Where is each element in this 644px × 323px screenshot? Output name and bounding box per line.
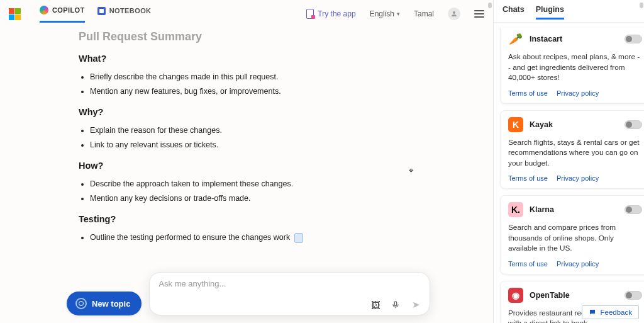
plugin-toggle[interactable] xyxy=(625,291,642,300)
terms-link[interactable]: Terms of use xyxy=(508,260,548,268)
svg-point-0 xyxy=(453,11,455,14)
section-heading: What? xyxy=(79,54,493,64)
section-item: Outline the testing performed to ensure … xyxy=(90,230,493,245)
privacy-link[interactable]: Privacy policy xyxy=(557,174,599,182)
side-panel: Chats Plugins InstacartAsk about recipes… xyxy=(493,0,644,323)
plugin-name: Kayak xyxy=(530,120,618,129)
new-topic-button[interactable]: New topic xyxy=(67,292,142,315)
new-topic-icon xyxy=(75,298,87,309)
plugin-desc: Ask about recipes, meal plans, & more --… xyxy=(508,52,642,83)
chevron-down-icon: ▾ xyxy=(397,11,400,17)
send-icon[interactable]: ➤ xyxy=(411,300,421,310)
section-heading: Why? xyxy=(79,107,493,117)
feedback-icon xyxy=(589,309,596,316)
plugin-icon: ◉ xyxy=(508,288,523,303)
plugin-card: K.KlarnaSearch and compare prices from t… xyxy=(500,195,644,275)
top-bar: COPILOT NOTEBOOK Try the app English ▾ T… xyxy=(0,0,493,28)
main-scrollbar[interactable] xyxy=(640,3,643,8)
plugin-toggle[interactable] xyxy=(625,35,642,43)
feedback-button[interactable]: Feedback xyxy=(582,305,639,319)
terms-link[interactable]: Terms of use xyxy=(508,89,548,97)
section-item: Briefly describe the changes made in thi… xyxy=(90,70,493,84)
plugin-name: OpenTable xyxy=(530,291,618,300)
menu-button[interactable] xyxy=(474,10,484,18)
section-heading: How? xyxy=(79,161,493,171)
tab-notebook[interactable]: NOTEBOOK xyxy=(97,7,152,21)
section-heading: Testing? xyxy=(79,214,493,224)
tab-copilot[interactable]: COPILOT xyxy=(40,6,85,23)
plugin-name: Instacart xyxy=(530,35,618,43)
plugin-icon: K xyxy=(508,117,523,132)
microsoft-logo xyxy=(9,8,21,20)
tab-copilot-label: COPILOT xyxy=(52,6,85,14)
tab-notebook-label: NOTEBOOK xyxy=(109,7,152,14)
chat-input-box[interactable]: 🖼 ➤ xyxy=(149,272,430,315)
section-item: Explain the reason for these changes. xyxy=(90,123,493,138)
chat-input[interactable] xyxy=(158,279,421,288)
side-tab-chats[interactable]: Chats xyxy=(502,5,525,20)
plugin-desc: Search and compare prices from thousands… xyxy=(508,222,642,254)
section-item: Mention any new features, bug fixes, or … xyxy=(90,84,493,99)
svg-rect-1 xyxy=(394,302,397,306)
page-title: Pull Request Summary xyxy=(79,30,493,43)
section-item: Describe the approach taken to implement… xyxy=(90,177,493,191)
privacy-link[interactable]: Privacy policy xyxy=(557,260,599,268)
attachment-icon xyxy=(294,233,303,243)
document-body: Pull Request Summary What?Briefly descri… xyxy=(0,28,493,245)
plugin-card: InstacartAsk about recipes, meal plans, … xyxy=(500,28,644,104)
image-input-icon[interactable]: 🖼 xyxy=(370,300,380,310)
privacy-link[interactable]: Privacy policy xyxy=(557,89,599,97)
username-label: Tamal xyxy=(414,9,434,18)
try-app-link[interactable]: Try the app xyxy=(306,9,355,19)
avatar[interactable] xyxy=(448,8,460,20)
person-icon xyxy=(450,10,458,18)
plugin-card: KKayakSearch flights, stays & rental car… xyxy=(500,110,644,190)
plugin-icon: K. xyxy=(508,202,523,217)
language-select[interactable]: English ▾ xyxy=(370,9,400,18)
copilot-icon xyxy=(40,6,48,14)
plugin-toggle[interactable] xyxy=(625,120,642,129)
panel-scrollbar[interactable] xyxy=(488,3,492,8)
plugin-list[interactable]: InstacartAsk about recipes, meal plans, … xyxy=(494,21,644,323)
section-item: Link to any relevant issues or tickets. xyxy=(90,138,493,152)
plugin-icon xyxy=(508,31,523,47)
notebook-icon xyxy=(97,7,106,15)
plugin-name: Klarna xyxy=(530,205,618,214)
terms-link[interactable]: Terms of use xyxy=(508,174,548,182)
side-tab-plugins[interactable]: Plugins xyxy=(536,5,564,20)
mic-icon[interactable] xyxy=(391,300,401,310)
section-item: Mention any key decisions or trade-offs … xyxy=(90,191,493,206)
plugin-toggle[interactable] xyxy=(625,205,642,214)
plugin-desc: Search flights, stays & rental cars or g… xyxy=(508,137,642,169)
phone-icon xyxy=(306,9,314,19)
